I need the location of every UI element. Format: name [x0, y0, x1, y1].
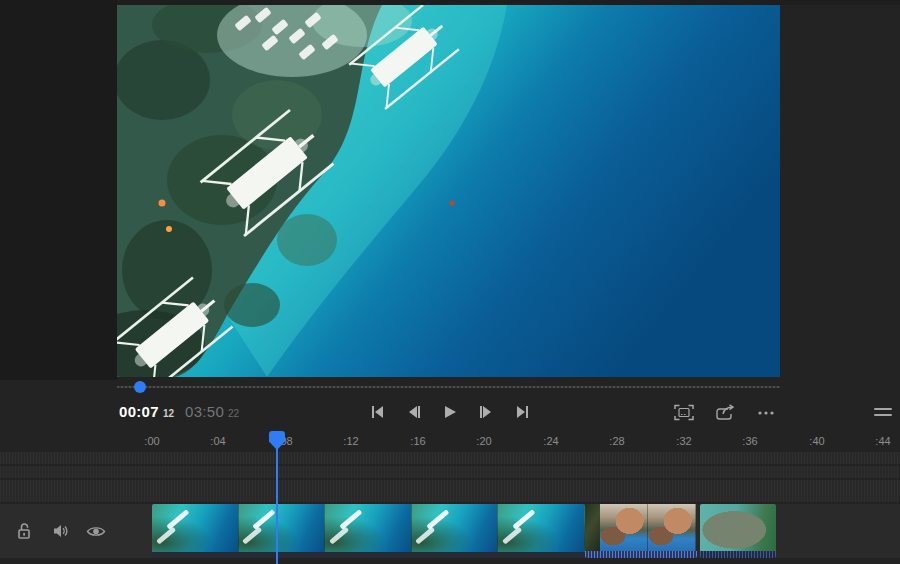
step-back-icon — [406, 405, 422, 419]
selfie-thumbnail — [648, 504, 696, 551]
transport-controls — [366, 400, 534, 424]
ruler-tick: :20 — [462, 435, 506, 447]
duration-time: 03:50 — [185, 403, 224, 420]
skip-to-end-button[interactable] — [510, 400, 534, 424]
clip-aerial-sea[interactable] — [152, 504, 585, 558]
panel-menu-icon — [874, 408, 892, 410]
more-options-button[interactable] — [754, 400, 778, 424]
unlock-icon — [15, 522, 33, 540]
ruler-tick: :40 — [795, 435, 839, 447]
track-lock-button[interactable] — [13, 520, 35, 542]
video-editor-window: 00:07 12 03:50 22 — [0, 0, 900, 564]
sea-thumbnail — [239, 504, 326, 552]
step-back-button[interactable] — [402, 400, 426, 424]
panel-menu-button[interactable] — [874, 405, 892, 419]
clip-thumbnails — [585, 504, 697, 551]
more-options-icon — [756, 404, 776, 421]
left-spacer-panel — [0, 0, 117, 380]
island-thumbnail — [700, 504, 776, 551]
skip-to-start-button[interactable] — [366, 400, 390, 424]
ruler-tick: :04 — [196, 435, 240, 447]
timeline-lane — [0, 480, 900, 502]
ruler-tick: :44 — [861, 435, 900, 447]
skip-to-end-icon — [514, 405, 530, 419]
speaker-icon — [51, 522, 69, 540]
play-icon — [442, 405, 458, 419]
sea-thumbnail — [498, 504, 585, 552]
step-forward-icon — [478, 405, 494, 419]
timeline-track — [0, 504, 900, 558]
audio-waveform — [700, 551, 776, 558]
video-preview[interactable] — [117, 5, 780, 377]
share-icon — [715, 404, 735, 421]
sea-thumbnail — [152, 504, 239, 552]
track-visibility-button[interactable] — [85, 520, 107, 542]
clip-thumbnails — [152, 504, 585, 552]
timeline-lane — [0, 466, 900, 478]
current-time: 00:07 — [119, 403, 159, 420]
ruler-tick: :32 — [662, 435, 706, 447]
fullscreen-button[interactable] — [672, 400, 696, 424]
ruler-tick: :24 — [529, 435, 573, 447]
preview-scrubber-track[interactable] — [117, 386, 780, 388]
forest-thumbnail — [585, 504, 600, 551]
clip-audio-strip — [152, 552, 585, 558]
track-header — [0, 504, 152, 558]
sea-thumbnail — [325, 504, 412, 552]
clip-selfie[interactable] — [585, 504, 697, 558]
timeline-lane — [0, 452, 900, 464]
audio-waveform — [585, 551, 697, 558]
playhead-line — [276, 448, 278, 564]
timeline-ruler[interactable]: :00 :04 :08 :12 :16 :20 :24 :28 :32 :36 … — [0, 431, 900, 452]
step-forward-button[interactable] — [474, 400, 498, 424]
selfie-thumbnail — [600, 504, 648, 551]
sea-thumbnail — [412, 504, 499, 552]
ruler-tick: :12 — [329, 435, 373, 447]
ruler-tick: :16 — [396, 435, 440, 447]
eye-icon — [86, 524, 106, 539]
video-frame-graphic — [117, 5, 780, 377]
skip-to-start-icon — [370, 405, 386, 419]
ruler-tick: :00 — [130, 435, 174, 447]
ruler-tick: :36 — [728, 435, 772, 447]
current-frames: 12 — [163, 408, 174, 419]
track-audio-button[interactable] — [49, 520, 71, 542]
timecode-display: 00:07 12 03:50 22 — [119, 403, 239, 420]
duration-frames: 22 — [228, 408, 239, 419]
preview-scrubber-handle[interactable] — [134, 381, 146, 393]
play-button[interactable] — [438, 400, 462, 424]
clip-island[interactable] — [700, 504, 776, 558]
ruler-tick: :28 — [595, 435, 639, 447]
share-button[interactable] — [713, 400, 737, 424]
fullscreen-icon — [674, 404, 694, 421]
preview-tools — [672, 400, 778, 424]
